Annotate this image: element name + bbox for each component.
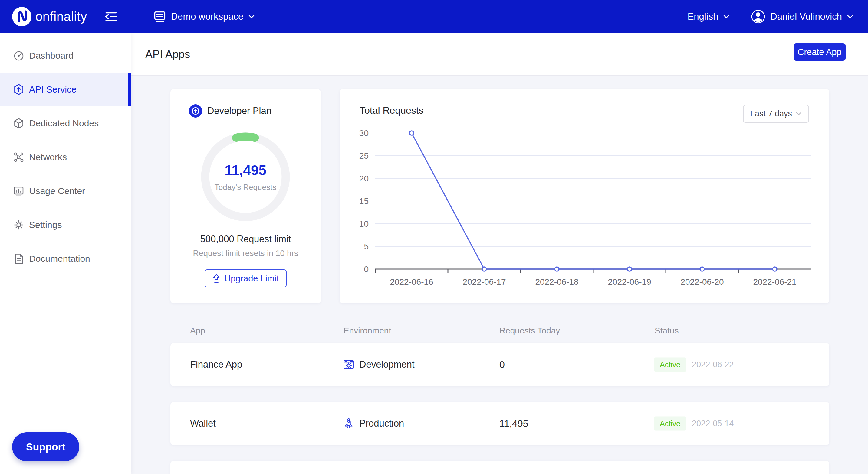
usage-gauge: 11,495 Today's Requests — [197, 129, 294, 225]
total-requests-card: Total Requests Last 7 days 0510152025302… — [340, 89, 829, 303]
brand-name: onfinality — [35, 9, 87, 24]
page-title: API Apps — [145, 48, 190, 61]
sidebar-item-documentation[interactable]: Documentation — [0, 242, 131, 276]
user-name: Daniel Vulinovich — [770, 11, 842, 22]
sidebar: Dashboard API Service — [0, 33, 131, 474]
range-selector[interactable]: Last 7 days — [743, 105, 809, 123]
table-row-finance-app[interactable]: Finance App Development 0 Active 2022-06… — [170, 343, 829, 386]
sidebar-item-networks[interactable]: Networks — [0, 140, 131, 174]
usage-icon — [13, 185, 25, 197]
cube-icon — [13, 117, 25, 129]
sidebar-item-label: Settings — [29, 220, 62, 230]
svg-text:30: 30 — [359, 129, 369, 138]
developer-plan-card: Developer Plan 11,495 Today's Requests 5… — [170, 89, 321, 303]
chart-title: Total Requests — [360, 105, 424, 116]
svg-text:2022-06-18: 2022-06-18 — [535, 277, 578, 286]
user-menu[interactable]: Daniel Vulinovich — [751, 9, 854, 24]
rocket-icon — [342, 417, 355, 430]
upgrade-limit-label: Upgrade Limit — [224, 274, 279, 283]
chevron-down-icon — [723, 14, 730, 19]
sidebar-collapse-button[interactable] — [104, 10, 118, 24]
svg-text:2022-06-17: 2022-06-17 — [462, 277, 506, 286]
document-icon — [13, 253, 25, 265]
language-label: English — [688, 11, 718, 22]
requests-today-value: 11,495 — [499, 418, 528, 429]
sidebar-item-label: Documentation — [29, 253, 90, 264]
create-app-button[interactable]: Create App — [794, 43, 846, 61]
column-header-app: App — [190, 326, 205, 336]
support-button[interactable]: Support — [12, 432, 79, 461]
avatar-icon — [751, 9, 766, 24]
range-selector-value: Last 7 days — [750, 109, 792, 118]
sidebar-item-api-service[interactable]: API Service — [0, 73, 131, 106]
status-badge: Active — [654, 358, 686, 372]
svg-text:2022-06-19: 2022-06-19 — [608, 277, 651, 286]
network-icon — [13, 151, 25, 163]
svg-text:0: 0 — [364, 265, 369, 274]
todays-requests-caption: Today's Requests — [215, 182, 276, 192]
svg-text:20: 20 — [359, 174, 369, 183]
todays-requests-value: 11,495 — [224, 162, 266, 178]
svg-text:2022-06-21: 2022-06-21 — [753, 277, 796, 286]
svg-text:2022-06-16: 2022-06-16 — [390, 277, 433, 286]
plan-title: Developer Plan — [207, 105, 272, 116]
status-date: 2022-05-14 — [692, 419, 734, 428]
sidebar-item-label: Usage Center — [29, 186, 85, 196]
main-content: API Apps Create App Developer Plan — [131, 33, 868, 474]
api-service-icon — [13, 83, 25, 96]
svg-text:25: 25 — [359, 151, 369, 161]
upgrade-limit-button[interactable]: Upgrade Limit — [205, 269, 287, 287]
app-name: Wallet — [190, 418, 216, 429]
chevron-down-icon — [847, 14, 854, 19]
column-header-environment: Environment — [343, 326, 391, 336]
requests-today-value: 0 — [499, 359, 505, 370]
page-header: API Apps Create App — [131, 33, 868, 75]
table-row-wallet[interactable]: Wallet Production 11,495 Active 2022-05-… — [170, 402, 829, 445]
environment-name: Production — [359, 418, 404, 429]
column-header-requests-today: Requests Today — [499, 326, 560, 336]
status-date: 2022-06-22 — [692, 360, 734, 369]
workspace-name: Demo workspace — [171, 11, 243, 22]
sidebar-item-dedicated-nodes[interactable]: Dedicated Nodes — [0, 106, 131, 140]
window-gear-icon — [342, 358, 355, 371]
svg-text:5: 5 — [364, 242, 369, 251]
workspace-selector[interactable]: Demo workspace — [153, 10, 255, 24]
svg-text:15: 15 — [359, 197, 369, 206]
menu-fold-icon — [104, 10, 118, 24]
sidebar-item-label: Dedicated Nodes — [29, 118, 99, 129]
onfinality-logo-icon — [12, 7, 31, 26]
sidebar-item-label: Dashboard — [29, 50, 73, 61]
sidebar-item-settings[interactable]: Settings — [0, 208, 131, 242]
dashboard-icon — [13, 49, 25, 62]
total-requests-line-chart: 0510152025302022-06-162022-06-172022-06-… — [349, 126, 821, 301]
app-name: Finance App — [190, 359, 242, 370]
limit-reset-text: Request limit resets in 10 hrs — [170, 249, 321, 258]
sidebar-item-label: Networks — [29, 152, 67, 162]
chevron-down-icon — [248, 14, 255, 19]
sidebar-item-usage-center[interactable]: Usage Center — [0, 174, 131, 208]
table-row-partial[interactable] — [170, 461, 829, 474]
gear-icon — [13, 219, 25, 231]
upgrade-icon — [212, 274, 221, 283]
topbar: onfinality Demo workspace English — [0, 0, 868, 33]
workspace-icon — [153, 10, 167, 24]
sidebar-item-dashboard[interactable]: Dashboard — [0, 39, 131, 73]
chevron-down-icon — [796, 111, 802, 116]
sidebar-item-label: API Service — [29, 84, 76, 95]
svg-text:10: 10 — [359, 219, 369, 229]
onfinality-logo[interactable] — [12, 7, 31, 26]
language-selector[interactable]: English — [688, 11, 730, 22]
plan-badge-icon — [189, 104, 202, 117]
svg-text:2022-06-20: 2022-06-20 — [680, 277, 724, 286]
request-limit-text: 500,000 Request limit — [170, 234, 321, 244]
column-header-status: Status — [655, 326, 679, 336]
status-badge: Active — [654, 416, 686, 431]
environment-name: Development — [359, 359, 415, 370]
